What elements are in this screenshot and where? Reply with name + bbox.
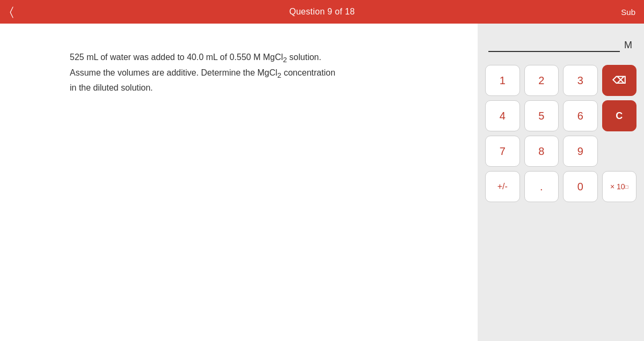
back-button[interactable]: 〈 <box>10 5 13 19</box>
numpad-2[interactable]: 2 <box>524 65 559 96</box>
question-text: 525 mL of water was added to 40.0 mL of … <box>70 50 381 95</box>
numpad-9[interactable]: 9 <box>563 136 598 167</box>
answer-line-container <box>488 50 620 52</box>
numpad-0[interactable]: 0 <box>563 171 598 202</box>
header-bar: 〈 Question 9 of 18 Sub <box>0 0 644 24</box>
numpad-x100[interactable]: × 10□ <box>602 171 637 202</box>
numpad-6[interactable]: 6 <box>563 100 598 131</box>
numpad-7[interactable]: 7 <box>485 136 520 167</box>
numpad-decimal[interactable]: . <box>524 171 559 202</box>
question-area: 525 mL of water was added to 40.0 mL of … <box>0 24 478 341</box>
numpad-8[interactable]: 8 <box>524 136 559 167</box>
numpad-clear[interactable]: C <box>602 100 637 131</box>
answer-input-line <box>488 51 620 52</box>
main-layout: 525 mL of water was added to 40.0 mL of … <box>0 24 644 341</box>
numpad-backspace[interactable]: ⌫ <box>602 65 637 96</box>
submit-button[interactable]: Sub <box>612 0 644 24</box>
numpad: 1 2 3 ⌫ 4 5 6 C 7 8 9 +/- . 0 × 10□ <box>483 65 639 202</box>
numpad-sign[interactable]: +/- <box>485 171 520 202</box>
backspace-icon: ⌫ <box>612 75 626 86</box>
numpad-3[interactable]: 3 <box>563 65 598 96</box>
numpad-4[interactable]: 4 <box>485 100 520 131</box>
question-progress: Question 9 of 18 <box>289 7 355 17</box>
numpad-5[interactable]: 5 <box>524 100 559 131</box>
numpad-1[interactable]: 1 <box>485 65 520 96</box>
numpad-empty <box>602 136 637 167</box>
right-panel: M 1 2 3 ⌫ 4 5 6 C 7 8 9 +/- . 0 <box>478 24 644 341</box>
answer-unit: M <box>624 40 633 51</box>
answer-display: M <box>483 40 639 54</box>
